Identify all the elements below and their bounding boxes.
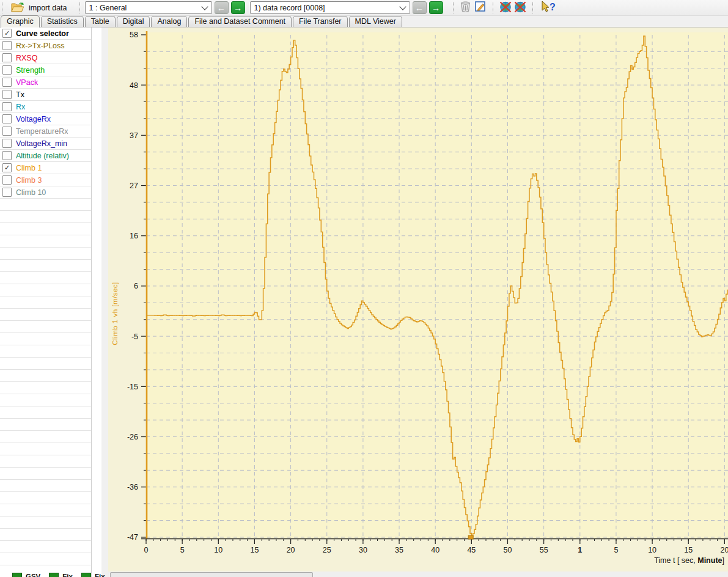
checkbox[interactable] — [2, 127, 12, 136]
globe-off-icon-button-1[interactable] — [498, 1, 513, 15]
empty-row — [0, 504, 91, 516]
curve-selector-sidebar: ✓Curve selectorRx->Tx-PLossRXSQStrengthV… — [0, 28, 101, 577]
dataset-type-combobox[interactable]: 1 : General — [85, 1, 212, 14]
empty-row — [0, 248, 91, 260]
y-tick-label: 27 — [130, 182, 138, 190]
x-tick-label: 25 — [323, 546, 331, 554]
checkbox[interactable] — [2, 41, 12, 50]
plot-area[interactable] — [146, 32, 728, 538]
checkbox[interactable] — [2, 53, 12, 62]
y-tick-label: -15 — [127, 383, 138, 391]
curve-row-temperaturerx[interactable]: TemperatureRx — [0, 125, 91, 138]
checkbox-checked[interactable]: ✓ — [2, 163, 12, 172]
empty-row — [0, 223, 91, 235]
context-help-icon: ? — [539, 1, 557, 15]
globe-off-icon — [513, 1, 527, 15]
tab-table[interactable]: Table — [85, 16, 116, 27]
empty-row — [0, 431, 91, 443]
x-tick-label: 20 — [720, 546, 728, 554]
chevron-down-icon — [201, 3, 208, 10]
empty-row — [0, 333, 91, 345]
tab-statistics[interactable]: Statistics — [41, 16, 84, 27]
curve-label: VoltageRx_min — [16, 139, 67, 148]
previous-dataset-button[interactable]: ← — [215, 1, 229, 14]
tab-file-and-dataset-comment[interactable]: File and Dataset Comment — [188, 16, 292, 27]
toolbar-grip — [493, 2, 495, 13]
next-record-button[interactable]: → — [429, 1, 443, 14]
chart-panel: 0510152025303540455055151015205848372716… — [108, 28, 728, 571]
globe-off-icon-button-2[interactable] — [513, 1, 528, 15]
empty-row — [0, 235, 91, 248]
checkbox-checked[interactable]: ✓ — [2, 29, 12, 38]
checkbox[interactable] — [2, 188, 12, 197]
x-tick-label: 5 — [180, 546, 185, 554]
edit-comment-button[interactable] — [473, 1, 488, 15]
tab-digital[interactable]: Digital — [117, 16, 150, 27]
x-tick-label: 40 — [431, 546, 439, 554]
empty-row — [0, 419, 91, 431]
toolbar-grip — [79, 2, 82, 13]
import-data-label: import data — [29, 4, 67, 12]
data-record-combobox[interactable]: 1) data record [0008] — [250, 1, 410, 14]
delete-record-button[interactable] — [458, 1, 473, 15]
curve-label: TemperatureRx — [16, 127, 68, 136]
checkbox[interactable] — [2, 65, 12, 75]
curve-row-rxsq[interactable]: RXSQ — [0, 52, 91, 64]
edit-icon — [475, 1, 486, 14]
curve-selector-header-row[interactable]: ✓Curve selector — [0, 28, 91, 40]
y-tick-label: -47 — [127, 533, 138, 542]
y-tick-label: 6 — [134, 282, 138, 290]
curve-label: VoltageRx — [16, 115, 51, 123]
chart-svg[interactable]: 0510152025303540455055151015205848372716… — [108, 28, 728, 571]
curve-row-tx[interactable]: Tx — [0, 89, 91, 101]
y-axis-title: Climb 1 vh [m/sec] — [111, 282, 119, 345]
curve-label: Altitude (relativ) — [16, 152, 69, 160]
checkbox[interactable] — [2, 78, 12, 87]
curve-row-altitude-relativ-[interactable]: Altitude (relativ) — [0, 150, 91, 162]
empty-row — [0, 211, 91, 223]
next-dataset-button[interactable]: → — [231, 1, 245, 14]
curve-row-climb-10[interactable]: Climb 10 — [0, 186, 91, 199]
empty-row — [0, 443, 91, 455]
context-help-button[interactable]: ? — [538, 1, 559, 15]
curve-min-marker — [468, 535, 473, 539]
curve-row-rx[interactable]: Rx — [0, 101, 91, 113]
curve-row-climb-1[interactable]: ✓Climb 1 — [0, 162, 91, 174]
svg-text:?: ? — [550, 2, 556, 12]
scrollbar-thumb[interactable] — [110, 572, 313, 577]
curve-row-vpack[interactable]: VPack — [0, 76, 91, 89]
import-data-button[interactable]: import data — [7, 1, 71, 15]
checkbox[interactable] — [2, 114, 12, 123]
empty-row — [0, 284, 91, 296]
x-tick-label: 10 — [214, 546, 222, 554]
tab-mdl-viewer[interactable]: MDL Viewer — [349, 16, 402, 27]
curve-row-climb-3[interactable]: Climb 3 — [0, 174, 91, 186]
x-tick-label: 15 — [250, 546, 259, 554]
tab-file-transfer[interactable]: File Transfer — [293, 16, 347, 27]
tab-graphic[interactable]: Graphic — [1, 15, 40, 28]
status-swatch — [49, 573, 59, 577]
curve-row-voltagerx[interactable]: VoltageRx — [0, 113, 91, 125]
tab-bar: GraphicStatisticsTableDigitalAnalogFile … — [0, 15, 728, 28]
empty-row — [0, 309, 91, 321]
x-tick-label: 35 — [395, 546, 403, 554]
checkbox[interactable] — [2, 139, 12, 148]
empty-row — [0, 492, 91, 504]
curve-row-strength[interactable]: Strength — [0, 64, 91, 76]
checkbox[interactable] — [2, 102, 12, 111]
chart-horizontal-scrollbar[interactable] — [108, 571, 728, 577]
previous-record-button[interactable]: ← — [413, 1, 427, 14]
checkbox[interactable] — [2, 90, 12, 99]
curve-row-rx-tx-ploss[interactable]: Rx->Tx-PLoss — [0, 40, 91, 52]
y-tick-label: 48 — [130, 81, 138, 90]
checkbox[interactable] — [2, 151, 12, 160]
y-tick-label: 37 — [130, 131, 138, 140]
status-label: Fix — [95, 573, 105, 577]
checkbox[interactable] — [2, 175, 12, 185]
empty-row — [0, 199, 91, 211]
empty-row — [0, 296, 91, 309]
x-tick-label: 10 — [648, 546, 656, 554]
tab-analog[interactable]: Analog — [151, 16, 187, 27]
curve-label: Tx — [16, 90, 24, 99]
curve-row-voltagerx-min[interactable]: VoltageRx_min — [0, 138, 91, 150]
